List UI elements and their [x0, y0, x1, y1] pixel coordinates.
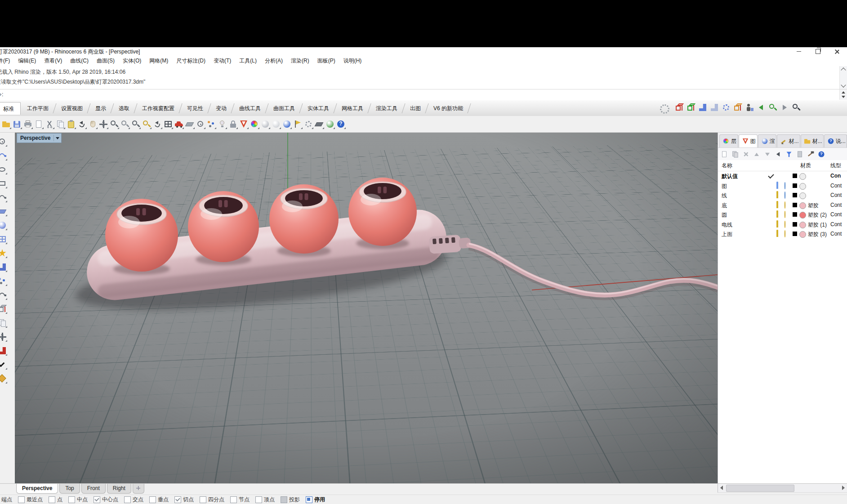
layer-color-swatch[interactable] — [793, 222, 797, 227]
osnap-顶点[interactable]: 顶点 — [255, 496, 275, 504]
material-swatch[interactable] — [799, 231, 806, 238]
layer-row[interactable]: 线Cont — [718, 191, 847, 201]
toolbar-tab[interactable]: 设置视图 — [55, 102, 89, 115]
minimize-button[interactable] — [789, 47, 808, 56]
mesh-icon[interactable] — [0, 234, 7, 244]
menu-item[interactable]: 变动(T) — [210, 57, 235, 65]
osnap-停用[interactable]: 停用 — [306, 496, 325, 504]
toolbar-tab[interactable]: 标准 — [0, 102, 21, 115]
zoom-dynamic-icon[interactable] — [109, 119, 119, 129]
set-cplane-icon[interactable] — [185, 119, 195, 129]
color-picker-icon[interactable] — [250, 119, 259, 129]
osnap-点[interactable]: 点 — [49, 496, 62, 504]
menu-item[interactable]: 分析(A) — [261, 57, 287, 65]
new-layer-icon[interactable] — [720, 150, 728, 158]
trim-icon[interactable] — [0, 262, 7, 272]
point-icon[interactable] — [0, 137, 7, 147]
mirror-icon[interactable] — [0, 318, 7, 328]
copy-icon[interactable] — [55, 119, 65, 129]
bulb-icon[interactable] — [785, 202, 792, 209]
extrude-curve-icon[interactable] — [698, 103, 708, 112]
layer-color-swatch[interactable] — [793, 203, 797, 207]
prompt-spinner[interactable] — [839, 89, 847, 100]
open-file-icon[interactable] — [1, 119, 11, 129]
align-dim-icon[interactable] — [314, 119, 324, 129]
zoom-window-icon[interactable] — [131, 119, 141, 129]
toolbar-tab[interactable]: 网格工具 — [335, 102, 370, 115]
command-scrollbar[interactable] — [839, 66, 847, 89]
zoom-lens-icon[interactable] — [791, 103, 801, 112]
gear-icon[interactable] — [660, 104, 669, 114]
layer-row[interactable]: 电线塑胶 (1)Cont — [718, 220, 847, 230]
command-prompt[interactable]: 指令: — [0, 89, 847, 101]
undo-icon[interactable] — [77, 119, 87, 129]
viewport-canvas[interactable]: Perspective — [15, 133, 718, 483]
osnap-最近点[interactable]: 最近点 — [18, 496, 43, 504]
material-swatch[interactable] — [799, 183, 806, 190]
options-icon[interactable] — [303, 119, 313, 129]
spin-up-icon[interactable] — [842, 91, 845, 94]
toolbar-tab[interactable]: 显示 — [89, 102, 112, 115]
layer-row[interactable]: 图Cont — [718, 181, 847, 191]
bulb-icon[interactable] — [785, 173, 792, 180]
checkbox[interactable] — [124, 496, 131, 503]
viewport-title[interactable]: Perspective — [17, 133, 62, 143]
menu-item[interactable]: 曲线(C) — [66, 57, 93, 65]
bulb-icon[interactable] — [785, 183, 792, 190]
lock-icon[interactable] — [776, 173, 784, 180]
layer-report-icon[interactable] — [796, 150, 804, 158]
panel-tab[interactable]: 层 — [719, 134, 738, 147]
redo-view-icon[interactable] — [152, 119, 162, 129]
panel-tab[interactable]: ?说... — [824, 134, 847, 147]
menu-item[interactable]: 查看(V) — [40, 57, 66, 65]
new-viewport-button[interactable] — [133, 484, 144, 494]
cplane-set-icon[interactable] — [0, 374, 7, 384]
checkbox[interactable] — [49, 496, 55, 503]
menu-item[interactable]: 文件(F) — [0, 57, 14, 65]
align-icon[interactable] — [0, 346, 7, 356]
viewport-tab-right[interactable]: Right — [107, 484, 131, 494]
panel-tab[interactable]: 渲 — [758, 134, 777, 147]
toolbar-tab[interactable]: 变动 — [210, 102, 233, 115]
record-history-icon[interactable] — [721, 103, 731, 112]
earth-anchor-icon[interactable] — [325, 119, 335, 129]
ghosted-view-icon[interactable] — [271, 119, 281, 129]
ellipse-icon[interactable] — [0, 165, 7, 174]
osnap-投影[interactable]: 投影 — [281, 496, 300, 504]
lock-icon[interactable] — [776, 202, 784, 209]
layer-color-swatch[interactable] — [793, 212, 797, 217]
osnap-四分点[interactable]: 四分点 — [200, 496, 224, 504]
panel-hscrollbar[interactable] — [718, 484, 847, 493]
circle-center-icon[interactable] — [196, 119, 205, 129]
toolbar-tab[interactable]: 实体工具 — [301, 102, 335, 115]
bulb-icon[interactable] — [785, 221, 792, 228]
toolbar-tab[interactable]: 可见性 — [181, 102, 210, 115]
menu-item[interactable]: 尺寸标注(D) — [172, 57, 210, 65]
checkbox[interactable] — [281, 496, 287, 503]
lock-icon[interactable] — [776, 192, 784, 199]
pan-icon[interactable] — [88, 119, 98, 129]
panel-tab[interactable]: 材... — [801, 134, 824, 147]
panel-tab[interactable]: 材... — [777, 134, 800, 147]
print-icon[interactable] — [23, 119, 33, 129]
layer-row[interactable]: 上面塑胶 (3)Cont — [718, 229, 847, 239]
new-file-icon[interactable] — [34, 119, 44, 129]
toolbar-tab[interactable]: 工作视窗配置 — [136, 102, 181, 115]
move-up-icon[interactable] — [753, 150, 761, 158]
box-edit-icon[interactable] — [686, 103, 696, 112]
material-swatch[interactable] — [799, 222, 806, 228]
chevron-down-icon[interactable] — [54, 137, 61, 139]
layer-row[interactable]: 底塑胶Cont — [718, 201, 847, 210]
layer-tools-icon[interactable] — [807, 150, 815, 158]
layer-color-swatch[interactable] — [793, 174, 797, 178]
osnap-中心点[interactable]: 中心点 — [94, 496, 118, 504]
close-button[interactable] — [827, 47, 846, 56]
play-back-icon[interactable] — [756, 103, 766, 112]
bulb-icon[interactable] — [785, 211, 792, 219]
layer-row[interactable]: 默认值Con — [718, 171, 847, 181]
checkbox[interactable] — [68, 496, 75, 503]
toolbar-tab[interactable]: V6 的新功能 — [427, 102, 469, 115]
filter-icon[interactable] — [785, 150, 793, 158]
scroll-right-icon[interactable] — [842, 486, 845, 490]
save-icon[interactable] — [12, 119, 22, 129]
